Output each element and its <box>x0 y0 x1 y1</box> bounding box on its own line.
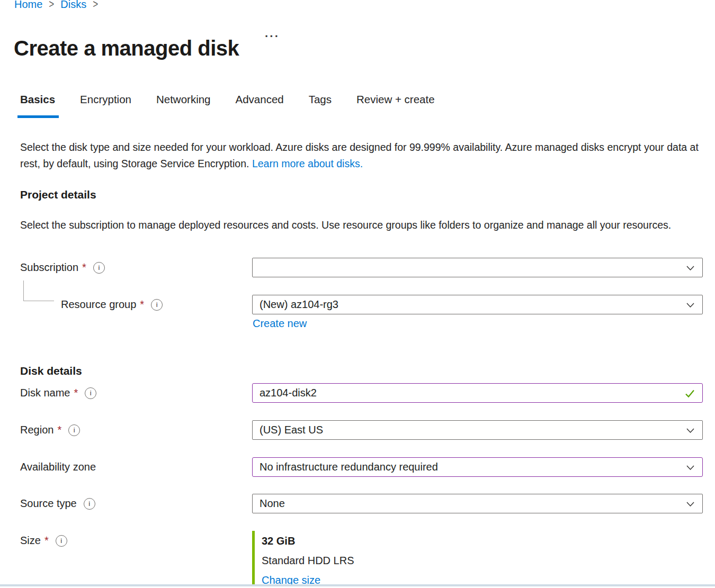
tab-encryption[interactable]: Encryption <box>80 93 131 113</box>
breadcrumb-link-home[interactable]: Home <box>14 0 42 11</box>
size-value: 32 GiB <box>262 533 517 548</box>
valid-checkmark-icon <box>684 387 696 399</box>
page-title: Create a managed disk <box>14 37 239 60</box>
breadcrumb: Home > Disks > <box>14 0 104 11</box>
availability-zone-dropdown[interactable]: No infrastructure redundancy required <box>252 457 703 477</box>
disk-name-row: Disk name * i <box>0 383 715 403</box>
availability-zone-value: No infrastructure redundancy required <box>260 461 438 473</box>
source-type-value: None <box>260 497 285 510</box>
region-row: Region * i (US) East US <box>0 420 715 440</box>
project-details-description: Select the subscription to manage deploy… <box>20 217 698 234</box>
tab-advanced[interactable]: Advanced <box>236 93 284 113</box>
availability-zone-row: Availability zone No infrastructure redu… <box>0 457 715 477</box>
subscription-row: Subscription * i <box>0 258 715 277</box>
create-new-link[interactable]: Create new <box>253 318 307 330</box>
resource-group-label-text: Resource group <box>61 298 136 311</box>
info-icon[interactable]: i <box>68 424 80 436</box>
subscription-label: Subscription * i <box>20 258 105 277</box>
tab-tags[interactable]: Tags <box>309 93 332 113</box>
chevron-down-icon <box>685 499 695 509</box>
region-dropdown[interactable]: (US) East US <box>252 420 703 440</box>
resource-group-dropdown[interactable]: (New) az104-rg3 <box>252 295 703 314</box>
create-managed-disk-page: Home > Disks > Create a managed disk ···… <box>0 0 715 588</box>
availability-zone-label: Availability zone <box>20 457 96 477</box>
subscription-dropdown[interactable] <box>252 258 703 277</box>
size-label: Size * i <box>20 531 67 550</box>
project-details-heading: Project details <box>20 188 96 201</box>
breadcrumb-separator-icon: > <box>93 0 98 11</box>
resource-group-row: Resource group * i (New) az104-rg3 <box>0 295 715 314</box>
region-value: (US) East US <box>260 424 323 436</box>
more-options-button[interactable]: ··· <box>265 30 280 43</box>
size-sku: Standard HDD LRS <box>262 553 517 568</box>
size-summary: 32 GiB Standard HDD LRS Change size <box>252 531 517 584</box>
chevron-down-icon <box>685 263 695 273</box>
tab-bar: Basics Encryption Networking Advanced Ta… <box>20 93 435 113</box>
resource-group-label: Resource group * i <box>61 295 163 314</box>
source-type-dropdown[interactable]: None <box>252 494 703 513</box>
resource-group-value: (New) az104-rg3 <box>260 298 338 311</box>
source-type-label: Source type i <box>20 494 95 513</box>
size-label-text: Size <box>20 535 41 547</box>
breadcrumb-link-disks[interactable]: Disks <box>60 0 86 11</box>
required-asterisk: * <box>140 298 144 311</box>
source-type-row: Source type i None <box>0 494 715 513</box>
info-icon[interactable]: i <box>84 498 95 510</box>
required-asterisk: * <box>82 261 86 274</box>
info-icon[interactable]: i <box>56 535 67 547</box>
region-label-text: Region <box>20 424 53 436</box>
chevron-down-icon <box>685 426 695 435</box>
tab-basics[interactable]: Basics <box>20 93 55 113</box>
region-label: Region * i <box>20 420 80 440</box>
intro-text: Select the disk type and size needed for… <box>20 139 704 173</box>
info-icon[interactable]: i <box>85 387 96 399</box>
learn-more-link[interactable]: Learn more about disks. <box>252 158 363 169</box>
disk-name-input-wrapper <box>252 383 703 403</box>
disk-name-label-text: Disk name <box>20 387 70 399</box>
tab-networking[interactable]: Networking <box>156 93 211 113</box>
tab-review-create[interactable]: Review + create <box>356 93 435 113</box>
required-asterisk: * <box>44 535 49 547</box>
chevron-down-icon <box>685 463 695 472</box>
chevron-down-icon <box>685 300 695 310</box>
breadcrumb-separator-icon: > <box>49 0 54 11</box>
info-icon[interactable]: i <box>93 262 105 274</box>
availability-zone-label-text: Availability zone <box>20 461 96 473</box>
bottom-divider <box>0 584 715 586</box>
disk-name-input[interactable] <box>260 387 679 399</box>
info-icon[interactable]: i <box>151 299 163 311</box>
required-asterisk: * <box>74 387 78 399</box>
disk-name-label: Disk name * i <box>20 383 96 403</box>
disk-details-heading: Disk details <box>20 365 82 377</box>
source-type-label-text: Source type <box>20 497 77 510</box>
required-asterisk: * <box>57 424 61 436</box>
subscription-label-text: Subscription <box>20 261 78 274</box>
